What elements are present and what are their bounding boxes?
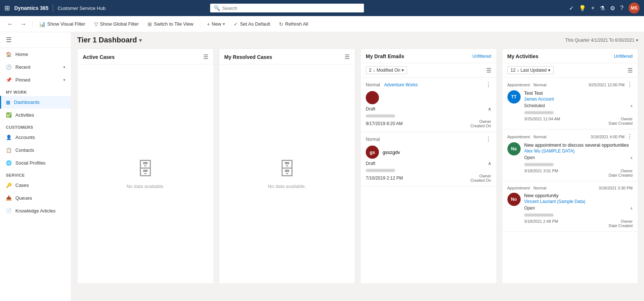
sidebar-item-knowledge-label: Knowledge Articles	[15, 208, 56, 214]
refresh-all-button[interactable]: ↻ Refresh All	[275, 19, 312, 29]
activity-3-content: New opportunity Vincent Lauriant (Sample…	[524, 193, 633, 228]
sidebar-hamburger[interactable]: ☰	[0, 32, 71, 48]
activity-3-expand-icon[interactable]: ∧	[630, 206, 633, 210]
sidebar-item-pinned[interactable]: 📌 Pinned ▾	[0, 74, 71, 86]
activity-item-3: Appointment Normal 3/18/2021 3:30 PM No …	[502, 181, 638, 232]
sidebar-item-knowledge-articles[interactable]: 📄 Knowledge Articles	[0, 204, 71, 217]
nav-icons: ✓ 💡 + ⚗ ⚙ ? MS	[569, 3, 640, 14]
sidebar-item-dashboards[interactable]: ▦ Dashboards	[0, 96, 71, 109]
activity-2-meta: Appointment Normal	[507, 134, 547, 139]
sidebar-item-contacts-label: Contacts	[15, 147, 34, 153]
email-1-status: Draft ∧	[366, 106, 491, 112]
activities-icon: ✅	[6, 112, 12, 118]
activity-1-priority: Normal	[533, 83, 546, 87]
sidebar-item-cases[interactable]: 🔑 Cases	[0, 179, 71, 192]
apps-icon[interactable]: ⊞	[4, 4, 10, 12]
sidebar-item-accounts-label: Accounts	[15, 135, 35, 140]
active-cases-header: Active Cases ☰	[78, 49, 213, 64]
activity-item-2: Appointment Normal 3/18/2021 4:00 PM ⋮ N…	[502, 129, 638, 181]
title-chevron-icon[interactable]: ▾	[139, 37, 142, 43]
user-avatar[interactable]: MS	[629, 3, 640, 14]
sidebar-item-accounts[interactable]: 👤 Accounts	[0, 131, 71, 144]
email-1-company[interactable]: Adventure Works	[384, 82, 418, 87]
resolved-cases-panel: My Resolved Cases ☰ 🗄 No data available.	[219, 49, 355, 284]
settings-icon[interactable]: ⚙	[610, 5, 615, 12]
filter-icon[interactable]: ⚗	[600, 5, 605, 12]
email-2-menu-icon[interactable]: ⋮	[485, 136, 491, 143]
my-activities-sort[interactable]: 12 ↓ Last Updated ▾	[507, 66, 554, 74]
active-cases-title: Active Cases	[83, 54, 115, 60]
activity-2-subtitle[interactable]: Alex Wu (SAMPLE DATA)	[524, 148, 633, 154]
home-icon: 🏠	[6, 52, 12, 57]
main-content: Tier 1 Dashboard ▾ This Quarter 4/1/2021…	[71, 32, 644, 301]
activity-3-footer: 3/18/2021 2:48 PM Owner Date Created	[524, 219, 633, 228]
sidebar-item-home[interactable]: 🏠 Home	[0, 48, 71, 61]
activity-1-expand-icon[interactable]: ∧	[630, 104, 633, 108]
email-1-date: 9/17/2019 8:20 AM	[366, 121, 403, 126]
email-2-labels: Owner Created On	[470, 174, 491, 183]
email-2-expand-icon[interactable]: ∧	[488, 161, 491, 166]
contacts-icon: 📋	[6, 147, 12, 153]
resolved-cases-list-icon[interactable]: ☰	[345, 53, 350, 60]
activity-1-header: Appointment Normal 3/25/2021 12:00 PM ⋮	[507, 81, 633, 88]
back-button[interactable]: ←	[4, 19, 16, 29]
resolved-cases-body: 🗄 No data available.	[219, 64, 355, 283]
lightbulb-icon[interactable]: 💡	[579, 5, 586, 12]
activity-1-footer-right: Owner Date Created	[609, 117, 633, 125]
resolved-cases-empty: 🗄 No data available.	[219, 64, 355, 283]
search-input[interactable]	[222, 5, 360, 11]
email-2-row: gs gsszgdv	[366, 146, 491, 159]
activity-2-footer-date: 3/18/2021 3:01 PM	[524, 169, 558, 177]
active-cases-list-icon[interactable]: ☰	[203, 53, 208, 60]
customers-section: Customers	[0, 121, 71, 131]
show-global-filter-button[interactable]: ▽ Show Global Filter	[90, 19, 142, 29]
my-activities-panel: My Activities Unfiltered 12 ↓ Last Updat…	[502, 49, 639, 284]
new-button[interactable]: + New ▾	[203, 19, 228, 29]
active-cases-empty: 🗄 No data available.	[78, 64, 213, 283]
date-range-icon[interactable]: ▾	[636, 38, 638, 43]
set-as-default-button[interactable]: ✓ Set As Default	[230, 19, 273, 29]
active-cases-panel: Active Cases ☰ 🗄 No data available.	[77, 49, 214, 284]
email-1-expand-icon[interactable]: ∧	[488, 106, 491, 112]
activity-1-menu-icon[interactable]: ⋮	[627, 81, 633, 88]
sidebar-item-activities[interactable]: ✅ Activities	[0, 109, 71, 121]
activity-2-menu-icon[interactable]: ⋮	[627, 133, 633, 140]
switch-tile-view-button[interactable]: ⊞ Switch to Tile View	[144, 19, 197, 29]
email-1-menu-icon[interactable]: ⋮	[485, 81, 491, 88]
activity-1-footer-date: 3/25/2021 11:04 AM	[524, 117, 560, 125]
sidebar-item-social-profiles[interactable]: 🌐 Social Profiles	[0, 157, 71, 169]
activity-3-subtitle[interactable]: Vincent Lauriant (Sample Data)	[524, 199, 633, 204]
activity-2-expand-icon[interactable]: ∧	[630, 156, 633, 160]
help-icon[interactable]: ?	[620, 5, 623, 11]
activity-1-content: Test Test James Account Scheduled ∧ 3/25…	[524, 90, 633, 125]
sidebar-item-contacts[interactable]: 📋 Contacts	[0, 144, 71, 157]
sidebar: ☰ 🏠 Home 🕐 Recent ▾ 📌 Pinned ▾ My Work ▦…	[0, 32, 71, 301]
forward-button[interactable]: →	[18, 19, 29, 29]
sidebar-item-queues[interactable]: 📥 Queues	[0, 192, 71, 204]
draft-emails-sort[interactable]: 2 ↓ Modified On ▾	[366, 66, 407, 74]
activity-1-time-row: 3/25/2021 12:00 PM ⋮	[588, 81, 633, 88]
status-icon[interactable]: ✓	[569, 5, 574, 12]
activity-3-status: Open	[524, 206, 535, 211]
add-icon[interactable]: +	[591, 5, 595, 11]
knowledge-icon: 📄	[6, 208, 12, 214]
pinned-icon: 📌	[6, 77, 12, 83]
sidebar-item-recent[interactable]: 🕐 Recent ▾	[0, 61, 71, 74]
toolbar-sep-2	[200, 20, 200, 28]
sidebar-item-pinned-label: Pinned	[15, 77, 30, 83]
activity-3-time: 3/18/2021 3:30 PM	[599, 186, 633, 190]
activity-1-subtitle[interactable]: James Account	[524, 97, 633, 102]
activity-1-time: 3/25/2021 12:00 PM	[588, 83, 625, 87]
dashboard-title: Tier 1 Dashboard	[77, 36, 137, 44]
sort-field: Modified On	[377, 68, 401, 73]
draft-emails-view-icon[interactable]: ☰	[486, 67, 491, 74]
activity-2-title: New appointment to discuss several oppor…	[524, 142, 633, 148]
show-visual-filter-button[interactable]: 📊 Show Visual Filter	[36, 19, 89, 29]
refresh-all-label: Refresh All	[285, 21, 308, 27]
search-box[interactable]: 🔍	[210, 4, 364, 12]
my-activities-view-icon[interactable]: ☰	[628, 67, 633, 74]
activity-2-avatar: Na	[507, 142, 521, 155]
email-2-status-label: Draft	[366, 161, 375, 166]
sort-count: 2	[369, 68, 372, 73]
show-global-filter-label: Show Global Filter	[100, 21, 139, 27]
